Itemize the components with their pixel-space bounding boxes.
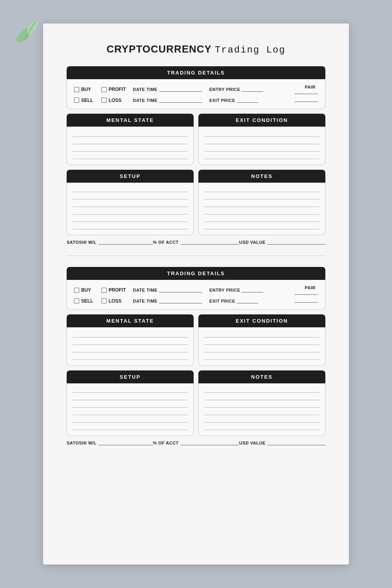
sell-checkbox-label-1[interactable]: SELL — [74, 98, 102, 103]
buy-checkbox-label-1[interactable]: BUY — [74, 87, 102, 92]
entry-price-field-1: ENTRY PRICE — [209, 87, 263, 92]
exit-price-field-2: EXIT PRICE — [209, 299, 258, 303]
setup-header-2: SETUP — [67, 370, 194, 383]
exit-price-underline-2[interactable] — [237, 299, 258, 303]
profit-checkbox-label-2[interactable]: PROFIT — [102, 287, 129, 293]
mental-line — [73, 334, 188, 338]
exit-condition-lines-1 — [204, 131, 319, 161]
notes-line — [204, 389, 319, 393]
pair-bottom-underline-2[interactable] — [294, 298, 318, 303]
pair-bottom-block-2 — [294, 298, 318, 304]
satoshi-underline-1[interactable] — [99, 240, 153, 245]
entry-price-underline-1[interactable] — [242, 87, 263, 92]
notes-section-1: NOTES — [198, 170, 325, 235]
notes-line — [204, 188, 319, 192]
exit-line — [204, 341, 319, 345]
setup-line — [73, 419, 188, 423]
pct-acct-field-1: % OF ACCT — [153, 240, 239, 245]
mental-state-header-2: MENTAL STATE — [67, 314, 194, 327]
setup-notes-grid-1: SETUP NOTES — [67, 170, 325, 235]
exit-line — [204, 140, 319, 144]
mental-line — [73, 341, 188, 345]
trade-divider — [67, 256, 325, 256]
loss-checkbox-2[interactable] — [102, 298, 107, 303]
mental-state-box-2 — [67, 327, 194, 366]
usd-value-underline-1[interactable] — [267, 240, 325, 245]
notes-box-2 — [198, 383, 325, 436]
svg-point-1 — [25, 19, 39, 36]
notes-lines-2 — [204, 387, 319, 432]
exit-condition-box-1 — [198, 127, 325, 165]
trade-block-2: TRADING DETAILS BUY PROFIT DATE TIME — [67, 267, 325, 445]
loss-checkbox-label-1[interactable]: LOSS — [102, 98, 129, 103]
setup-line — [73, 404, 188, 408]
buy-checkbox-1[interactable] — [74, 87, 79, 92]
usd-value-underline-2[interactable] — [267, 441, 325, 445]
entry-price-underline-2[interactable] — [242, 288, 263, 292]
sell-checkbox-1[interactable] — [74, 98, 79, 103]
setup-lines-1 — [73, 187, 188, 231]
notes-section-2: NOTES — [198, 370, 325, 436]
notes-lines-1 — [204, 187, 319, 231]
pct-acct-underline-1[interactable] — [181, 240, 239, 245]
exit-price-underline-1[interactable] — [237, 98, 258, 103]
setup-section-1: SETUP — [67, 170, 194, 235]
datetime-underline2-2[interactable] — [159, 299, 202, 303]
exit-line — [204, 356, 319, 360]
pair-underline-1[interactable] — [294, 89, 318, 94]
satoshi-field-1: SATOSHI W/L — [67, 240, 153, 245]
mental-exit-grid-1: MENTAL STATE EXIT CONDITION — [67, 114, 325, 165]
exit-condition-box-2 — [198, 327, 325, 366]
buy-checkbox-2[interactable] — [74, 288, 79, 293]
setup-line — [73, 396, 188, 400]
profit-checkbox-1[interactable] — [102, 87, 107, 92]
td-row2: SELL LOSS DATE TIME EXIT PRICE — [74, 97, 318, 103]
setup-line — [73, 196, 188, 200]
sell-checkbox-2[interactable] — [74, 298, 79, 303]
setup-line — [73, 426, 188, 430]
mental-state-box-1 — [67, 127, 194, 165]
td-row1: BUY PROFIT DATE TIME ENTRY PRICE — [74, 85, 318, 94]
exit-condition-section-2: EXIT CONDITION — [198, 314, 325, 366]
mental-line — [73, 348, 188, 352]
pair-underline-2[interactable] — [294, 290, 318, 295]
trading-details-header-2: TRADING DETAILS — [67, 267, 325, 280]
exit-condition-header-2: EXIT CONDITION — [198, 314, 325, 327]
datetime-underline2-1[interactable] — [159, 98, 202, 103]
setup-line — [73, 225, 188, 229]
profit-checkbox-2[interactable] — [102, 288, 107, 293]
pair-bottom-underline-1[interactable] — [294, 97, 318, 102]
notes-line — [204, 426, 319, 430]
td-row2-2: SELL LOSS DATE TIME EXIT PRICE — [74, 298, 318, 304]
loss-checkbox-label-2[interactable]: LOSS — [102, 298, 129, 304]
buy-checkbox-label-2[interactable]: BUY — [74, 287, 102, 293]
notes-line — [204, 419, 319, 423]
notes-line — [204, 211, 319, 214]
sell-checkbox-label-2[interactable]: SELL — [74, 298, 102, 304]
svg-point-0 — [14, 25, 34, 45]
datetime-field2-1: DATE TIME — [133, 98, 202, 103]
setup-lines-2 — [73, 387, 188, 432]
notes-line — [204, 225, 319, 229]
mental-state-lines-2 — [73, 331, 188, 361]
setup-line — [73, 211, 188, 214]
mental-line — [73, 155, 188, 159]
usd-value-field-1: USD VALUE — [239, 240, 325, 245]
trade-block-1: TRADING DETAILS BUY PROFIT DATE TIME — [67, 66, 325, 245]
satoshi-underline-2[interactable] — [99, 441, 153, 445]
datetime-underline-2[interactable] — [159, 288, 202, 292]
setup-box-2 — [67, 383, 194, 436]
notes-box-1 — [198, 183, 325, 235]
setup-line — [73, 188, 188, 192]
exit-line — [204, 148, 319, 152]
profit-checkbox-label-1[interactable]: PROFIT — [102, 87, 129, 92]
datetime-underline-1[interactable] — [159, 87, 202, 92]
footer-row-1: SATOSHI W/L % OF ACCT USD VALUE — [67, 240, 325, 245]
datetime-field-2: DATE TIME — [133, 288, 202, 292]
notes-header-1: NOTES — [198, 170, 325, 183]
td-row1-2: BUY PROFIT DATE TIME ENTRY PRICE — [74, 285, 318, 295]
pct-acct-underline-2[interactable] — [181, 441, 239, 445]
notes-line — [204, 218, 319, 222]
loss-checkbox-1[interactable] — [102, 98, 107, 103]
mental-state-header-1: MENTAL STATE — [67, 114, 194, 127]
